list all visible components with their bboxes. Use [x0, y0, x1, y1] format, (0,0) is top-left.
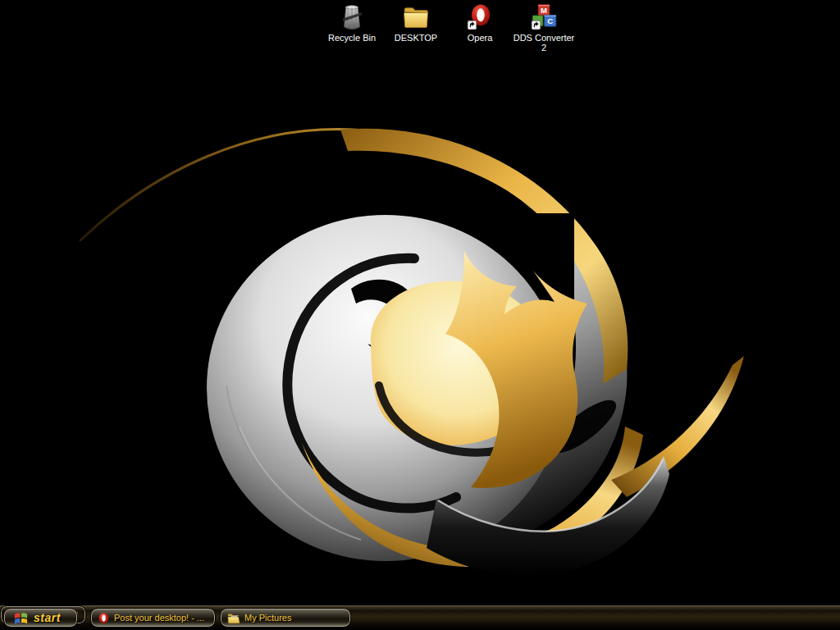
- desktop[interactable]: Recycle Bin DESKTOP Opera: [0, 0, 840, 630]
- start-button[interactable]: start: [3, 608, 78, 628]
- desktop-icon-desktop-folder[interactable]: DESKTOP: [384, 3, 448, 52]
- desktop-icon-dds-converter[interactable]: M C DDS Converter 2: [512, 3, 576, 52]
- windows-logo-icon: [13, 610, 29, 626]
- opera-icon: [466, 3, 494, 31]
- taskbar-window-label: Post your desktop! - ...: [114, 613, 204, 623]
- taskbar-window-my-pictures[interactable]: My Pictures: [220, 608, 351, 628]
- desktop-icon-label: Recycle Bin: [328, 33, 376, 43]
- desktop-icon-recycle-bin[interactable]: Recycle Bin: [320, 3, 384, 52]
- svg-text:C: C: [547, 16, 553, 25]
- dds-converter-icon: M C: [530, 3, 558, 31]
- opera-icon: [98, 612, 110, 624]
- desktop-icon-row: Recycle Bin DESKTOP Opera: [320, 3, 576, 52]
- taskbar-window-label: My Pictures: [244, 613, 291, 623]
- svg-text:M: M: [541, 6, 547, 15]
- pictures-folder-icon: [227, 612, 240, 624]
- folder-icon: [402, 3, 430, 31]
- wallpaper-swirl-image: [0, 0, 840, 630]
- desktop-icon-opera[interactable]: Opera: [448, 3, 512, 52]
- recycle-bin-icon: [338, 3, 366, 31]
- taskbar: start Post your desktop! - ... My Pictur…: [0, 605, 840, 630]
- taskbar-window-opera[interactable]: Post your desktop! - ...: [90, 608, 216, 628]
- desktop-icon-label: Opera: [468, 33, 493, 43]
- desktop-icon-label: DESKTOP: [395, 33, 437, 43]
- start-button-label: start: [34, 611, 61, 624]
- desktop-icon-label: DDS Converter 2: [513, 33, 575, 52]
